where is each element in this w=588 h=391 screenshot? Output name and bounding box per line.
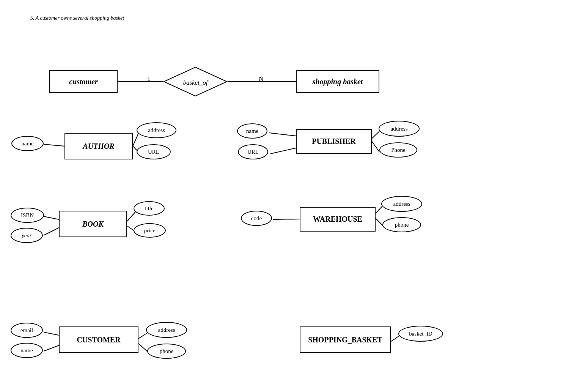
cardinality-1: 1 (147, 75, 151, 83)
svg-line-3 (133, 133, 138, 146)
entity-publisher: PUBLISHER (296, 129, 372, 154)
attr-year: year (11, 228, 43, 243)
svg-line-10 (44, 228, 59, 235)
attr-basket-id: basket_ID (398, 326, 443, 342)
attr-url-author: URL (137, 144, 171, 159)
svg-text:basket_of: basket_of (183, 79, 208, 86)
svg-line-13 (273, 219, 300, 219)
svg-line-5 (269, 133, 296, 136)
entity-author: AUTHOR (64, 133, 133, 159)
svg-line-6 (270, 148, 296, 154)
entity-shopping-basket-top: shopping basket (296, 70, 379, 93)
entity-customer-top: customer (49, 70, 118, 93)
attr-name-author: name (11, 136, 44, 151)
diamond-basket-of: basket_of (163, 66, 228, 97)
attr-address-warehouse: address (381, 196, 422, 212)
svg-line-16 (44, 332, 59, 335)
attr-address-author: address (137, 122, 176, 138)
entity-warehouse: WAREHOUSE (300, 207, 376, 232)
svg-line-17 (44, 345, 59, 351)
svg-line-8 (372, 141, 379, 152)
cardinality-n: N (259, 75, 263, 83)
attr-price: price (134, 223, 166, 238)
attr-code: code (241, 211, 272, 226)
svg-line-11 (127, 211, 136, 221)
attr-isbn: ISBN (11, 208, 44, 223)
attr-phone-customer: phone (147, 344, 186, 359)
entity-customer-bottom: CUSTOMER (59, 326, 138, 353)
svg-line-18 (138, 333, 148, 339)
svg-line-2 (44, 144, 64, 146)
svg-line-20 (391, 335, 400, 342)
attr-url-publisher: URL (238, 144, 268, 159)
attr-name-customer: name (11, 343, 43, 358)
caption: 5. A customer owns several shopping bask… (30, 15, 124, 21)
attr-address-publisher: address (379, 121, 420, 137)
svg-line-14 (376, 205, 383, 213)
attr-name-publisher: name (237, 123, 267, 139)
attr-phone-publisher: Phone (379, 142, 417, 158)
attr-email: email (11, 323, 43, 338)
svg-line-7 (372, 131, 379, 139)
attr-phone-warehouse: phone (382, 217, 421, 232)
attr-title: title (134, 201, 165, 216)
svg-line-9 (44, 216, 59, 219)
entity-book: BOOK (59, 211, 127, 237)
svg-line-15 (376, 218, 383, 226)
attr-address-customer: address (146, 322, 187, 338)
entity-shopping-basket-bottom: SHOPPING_BASKET (300, 326, 391, 353)
diagram-container: 5. A customer owns several shopping bask… (0, 0, 588, 391)
